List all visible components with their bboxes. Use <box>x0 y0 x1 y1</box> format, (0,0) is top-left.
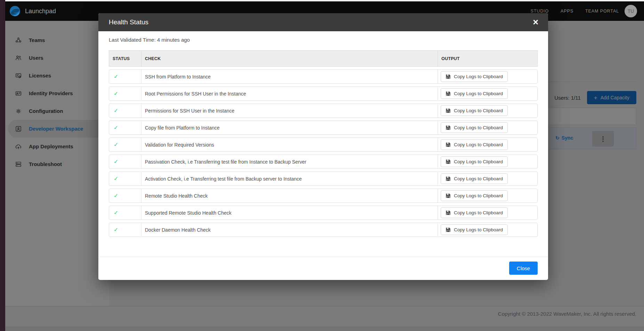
column-status: STATUS <box>109 51 141 66</box>
check-success-icon: ✓ <box>113 158 118 165</box>
save-icon <box>446 91 451 96</box>
check-name: Validation for Required Versions <box>145 142 214 148</box>
column-output: OUTPUT <box>438 51 537 66</box>
close-button[interactable]: Close <box>509 262 538 275</box>
save-icon <box>446 125 451 130</box>
check-success-icon: ✓ <box>113 175 118 182</box>
output-cell: Copy Logs to Clipboard <box>438 155 537 168</box>
status-cell: ✓ <box>109 87 141 100</box>
avatar[interactable]: TU <box>625 5 637 17</box>
check-success-icon: ✓ <box>113 124 118 131</box>
copy-logs-button[interactable]: Copy Logs to Clipboard <box>441 122 508 133</box>
health-table: STATUS CHECK OUTPUT ✓ SSH from Platform … <box>109 50 538 237</box>
check-cell: Copy file from Platform to Instance <box>141 121 438 134</box>
save-icon <box>446 142 451 147</box>
save-icon <box>446 108 451 113</box>
health-check-row: ✓ Root Permissions for SSH User in the I… <box>109 86 538 101</box>
save-icon <box>446 227 451 232</box>
check-name: SSH from Platform to Instance <box>145 74 211 80</box>
close-icon[interactable]: × <box>533 18 538 27</box>
check-name: Copy file from Platform to Instance <box>145 125 220 131</box>
copy-logs-button[interactable]: Copy Logs to Clipboard <box>441 173 508 184</box>
status-cell: ✓ <box>109 206 141 220</box>
copy-logs-button[interactable]: Copy Logs to Clipboard <box>441 190 508 201</box>
status-cell: ✓ <box>109 223 141 237</box>
check-name: Remote Studio Health Check <box>145 193 208 199</box>
modal-body: Last Validated Time: 4 minutes ago STATU… <box>98 31 548 237</box>
status-cell: ✓ <box>109 138 141 151</box>
health-check-row: ✓ Remote Studio Health Check Copy Logs t… <box>109 189 538 203</box>
health-check-row: ✓ Supported Remote Studio Health Check C… <box>109 206 538 220</box>
check-name: Docker Daemon Health Check <box>145 227 211 233</box>
output-cell: Copy Logs to Clipboard <box>438 87 537 100</box>
save-icon <box>446 210 451 215</box>
check-cell: SSH from Platform to Instance <box>141 70 438 83</box>
save-icon <box>446 193 451 198</box>
check-name: Activation Check, i.e Transferring test … <box>145 176 302 182</box>
save-icon <box>446 74 451 79</box>
health-check-row: ✓ Passivation Check, i.e Transferring te… <box>109 155 538 169</box>
check-cell: Passivation Check, i.e Transferring test… <box>141 155 438 168</box>
status-cell: ✓ <box>109 172 141 185</box>
check-name: Permissions for SSH User in the Instance <box>145 108 235 114</box>
check-cell: Docker Daemon Health Check <box>141 223 438 237</box>
health-check-row: ✓ Validation for Required Versions Copy … <box>109 138 538 152</box>
copy-logs-button[interactable]: Copy Logs to Clipboard <box>441 224 508 235</box>
copy-logs-button[interactable]: Copy Logs to Clipboard <box>441 88 508 99</box>
topnav: STUDIO APPS TEAM PORTAL <box>530 9 619 14</box>
output-cell: Copy Logs to Clipboard <box>438 104 537 117</box>
check-name: Root Permissions for SSH User in the Ins… <box>145 91 246 97</box>
output-cell: Copy Logs to Clipboard <box>438 121 537 134</box>
copy-logs-button[interactable]: Copy Logs to Clipboard <box>441 105 508 116</box>
status-cell: ✓ <box>109 104 141 117</box>
output-cell: Copy Logs to Clipboard <box>438 223 537 237</box>
nav-team-portal[interactable]: TEAM PORTAL <box>585 9 619 14</box>
check-cell: Root Permissions for SSH User in the Ins… <box>141 87 438 100</box>
check-name: Passivation Check, i.e Transferring test… <box>145 159 307 165</box>
copy-logs-button[interactable]: Copy Logs to Clipboard <box>441 71 508 82</box>
status-cell: ✓ <box>109 70 141 83</box>
wavemaker-logo-icon <box>9 6 21 17</box>
status-cell: ✓ <box>109 121 141 134</box>
health-status-modal: Health Status × Last Validated Time: 4 m… <box>98 13 548 280</box>
output-cell: Copy Logs to Clipboard <box>438 138 537 151</box>
output-cell: Copy Logs to Clipboard <box>438 189 537 202</box>
check-name: Supported Remote Studio Health Check <box>145 210 231 216</box>
app-window: Launchpad STUDIO APPS TEAM PORTAL TU Tea… <box>5 0 644 331</box>
check-success-icon: ✓ <box>113 226 118 233</box>
nav-apps[interactable]: APPS <box>561 9 573 14</box>
modal-header: Health Status × <box>98 13 548 31</box>
check-success-icon: ✓ <box>113 141 118 148</box>
modal-footer: Close <box>98 257 548 280</box>
modal-title: Health Status <box>109 18 148 26</box>
check-success-icon: ✓ <box>113 209 118 216</box>
check-success-icon: ✓ <box>113 73 118 80</box>
output-cell: Copy Logs to Clipboard <box>438 172 537 185</box>
nav-studio[interactable]: STUDIO <box>530 9 549 14</box>
check-cell: Supported Remote Studio Health Check <box>141 206 438 220</box>
table-header-row: STATUS CHECK OUTPUT <box>109 50 538 67</box>
copy-logs-button[interactable]: Copy Logs to Clipboard <box>441 207 508 218</box>
check-success-icon: ✓ <box>113 90 118 97</box>
table-rows: ✓ SSH from Platform to Instance Copy Log… <box>109 69 538 237</box>
last-validated-text: Last Validated Time: 4 minutes ago <box>109 37 538 43</box>
check-cell: Permissions for SSH User in the Instance <box>141 104 438 117</box>
copy-logs-button[interactable]: Copy Logs to Clipboard <box>441 139 508 150</box>
health-check-row: ✓ Copy file from Platform to Instance Co… <box>109 121 538 135</box>
health-check-row: ✓ Activation Check, i.e Transferring tes… <box>109 172 538 186</box>
health-check-row: ✓ Permissions for SSH User in the Instan… <box>109 104 538 118</box>
brand-title: Launchpad <box>25 8 56 15</box>
column-check: CHECK <box>141 51 438 66</box>
copy-logs-button[interactable]: Copy Logs to Clipboard <box>441 156 508 167</box>
save-icon <box>446 159 451 164</box>
output-cell: Copy Logs to Clipboard <box>438 206 537 220</box>
check-success-icon: ✓ <box>113 192 118 199</box>
status-cell: ✓ <box>109 155 141 168</box>
check-cell: Remote Studio Health Check <box>141 189 438 202</box>
health-check-row: ✓ Docker Daemon Health Check Copy Logs t… <box>109 223 538 237</box>
health-check-row: ✓ SSH from Platform to Instance Copy Log… <box>109 69 538 84</box>
output-cell: Copy Logs to Clipboard <box>438 70 537 83</box>
check-cell: Activation Check, i.e Transferring test … <box>141 172 438 185</box>
status-cell: ✓ <box>109 189 141 202</box>
check-cell: Validation for Required Versions <box>141 138 438 151</box>
